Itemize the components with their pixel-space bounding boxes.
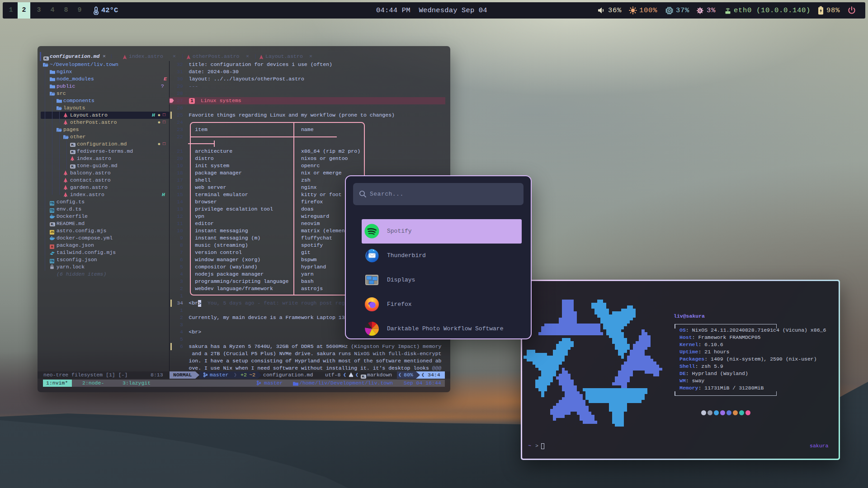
svg-text:G: G — [698, 9, 701, 13]
